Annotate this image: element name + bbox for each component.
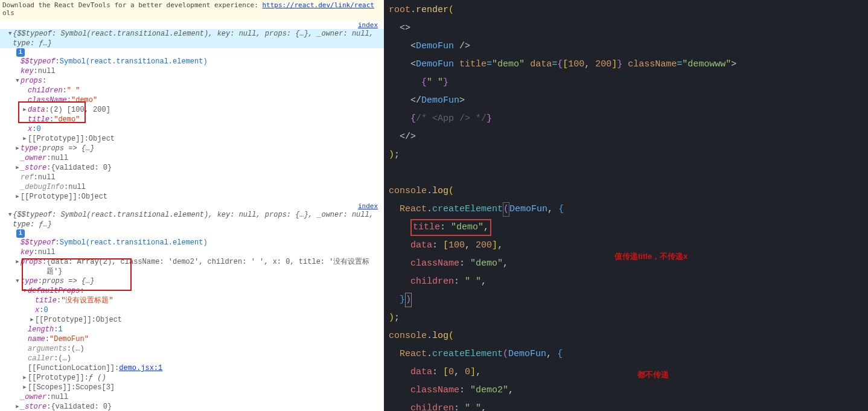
chevron-down-icon[interactable] <box>14 276 21 286</box>
obj2-fn-proto[interactable]: [[Prototype]]: ƒ () <box>0 373 384 383</box>
highlight-box-title: title: "demo", <box>410 219 491 236</box>
obj2-funcloc[interactable]: [[FunctionLocation]]: demo.jsx:1 <box>0 363 384 373</box>
obj1-summary-row[interactable]: {$$typeof: Symbol(react.transitional.ele… <box>0 29 384 48</box>
obj1-props-data[interactable]: data: (2) [100, 200] <box>0 105 384 115</box>
chevron-down-icon[interactable] <box>22 286 28 296</box>
obj2-name[interactable]: name: "DemoFun" <box>0 334 384 344</box>
annotation-2: 都不传递 <box>637 369 669 380</box>
chevron-right-icon[interactable] <box>14 257 21 267</box>
obj2-typeof[interactable]: $$typeof: Symbol(react.transitional.elem… <box>0 238 384 247</box>
obj2-dp-title[interactable]: title: "没有设置标题" <box>0 296 384 305</box>
code-line[interactable]: }) <box>384 291 868 309</box>
obj1-owner[interactable]: _owner: null <box>0 153 384 163</box>
annotation-1: 值传递title，不传递x <box>614 251 688 262</box>
chevron-right-icon[interactable] <box>22 383 28 392</box>
info-badge-row: i <box>0 48 384 57</box>
chevron-right-icon[interactable] <box>14 163 21 173</box>
code-line[interactable]: </> <box>384 128 868 146</box>
info-icon[interactable]: i <box>16 48 25 57</box>
code-line[interactable]: children: " ", <box>384 273 868 291</box>
obj2-dp-proto[interactable]: [[Prototype]]: Object <box>0 315 384 325</box>
code-line[interactable]: </DemoFun> <box>384 92 868 110</box>
obj2-key[interactable]: key: null <box>0 247 384 257</box>
obj2-dp-x[interactable]: x: 0 <box>0 305 384 315</box>
code-line[interactable]: ); <box>384 146 868 164</box>
obj1-props-class[interactable]: className: "demo" <box>0 95 384 105</box>
chevron-right-icon[interactable] <box>14 144 21 153</box>
obj2-length[interactable]: length: 1 <box>0 325 384 334</box>
obj2-summary-row[interactable]: {$$typeof: Symbol(react.transitional.ele… <box>0 210 384 229</box>
console-warning: Download the React DevTools for a better… <box>0 0 384 21</box>
obj1-props-x[interactable]: x: 0 <box>0 124 384 134</box>
obj-summary: {$$typeof: Symbol(react.transitional.ele… <box>13 29 384 48</box>
code-line[interactable]: React.createElement(DemoFun, { <box>384 200 868 218</box>
obj1-props-proto[interactable]: [[Prototype]]: Object <box>0 134 384 144</box>
obj1-props[interactable]: props: <box>0 76 384 86</box>
warn-link[interactable]: https://react.dev/link/react <box>262 1 374 9</box>
warn-text: Download the React DevTools for a better… <box>2 1 262 9</box>
code-line[interactable]: {/* <App /> */} <box>384 110 868 128</box>
chevron-right-icon[interactable] <box>22 373 28 383</box>
code-line[interactable]: React.createElement(DemoFun, { <box>384 345 868 363</box>
code-line[interactable] <box>384 164 868 182</box>
chevron-right-icon[interactable] <box>22 134 28 144</box>
code-line[interactable]: root.render( <box>384 1 868 19</box>
chevron-down-icon[interactable] <box>14 76 21 86</box>
obj1-debuginfo[interactable]: _debugInfo: null <box>0 182 384 192</box>
obj1-typeof[interactable]: $$typeof: Symbol(react.transitional.elem… <box>0 57 384 66</box>
obj1-ref[interactable]: ref: null <box>0 173 384 182</box>
chevron-right-icon[interactable] <box>14 192 21 202</box>
code-line[interactable]: <> <box>384 19 868 37</box>
obj2-store[interactable]: _store: {validated: 0} <box>0 402 384 411</box>
obj2-arguments[interactable]: arguments: (…) <box>0 344 384 354</box>
info-badge-row-2: i <box>0 229 384 238</box>
obj1-store[interactable]: _store: {validated: 0} <box>0 163 384 173</box>
obj2-scopes[interactable]: [[Scopes]]: Scopes[3] <box>0 383 384 392</box>
info-icon[interactable]: i <box>16 229 25 238</box>
chevron-down-icon[interactable] <box>7 29 13 39</box>
chevron-right-icon[interactable] <box>29 315 35 325</box>
func-location-link[interactable]: demo.jsx:1 <box>119 363 162 373</box>
obj1-type[interactable]: type: props => {…} <box>0 144 384 153</box>
obj2-owner[interactable]: _owner: null <box>0 392 384 402</box>
code-line[interactable]: className: "demo2", <box>384 381 868 400</box>
obj2-defaultprops[interactable]: defaultProps: <box>0 286 384 296</box>
obj1-key[interactable]: key: null <box>0 66 384 76</box>
obj1-props-title[interactable]: title: "demo" <box>0 115 384 124</box>
code-line[interactable]: {" "} <box>384 74 868 92</box>
obj1-proto[interactable]: [[Prototype]]: Object <box>0 192 384 202</box>
obj2-type[interactable]: type: props => {…} <box>0 276 384 286</box>
code-line[interactable]: <DemoFun /> <box>384 37 868 56</box>
obj2-caller[interactable]: caller: (…) <box>0 354 384 363</box>
obj1-props-children[interactable]: children: " " <box>0 86 384 95</box>
source-link-2[interactable]: index <box>0 203 384 210</box>
code-line[interactable]: <DemoFun title="demo" data={[100, 200]} … <box>384 56 868 74</box>
console-pane: Download the React DevTools for a better… <box>0 0 384 411</box>
code-line[interactable]: title: "demo", <box>384 218 868 237</box>
code-line[interactable]: console.log( <box>384 182 868 200</box>
chevron-right-icon[interactable] <box>14 402 21 411</box>
source-link-1[interactable]: index <box>0 22 384 29</box>
obj2-props[interactable]: props: {data: Array(2), className: 'demo… <box>0 257 384 276</box>
code-line[interactable]: console.log( <box>384 327 868 345</box>
chevron-right-icon[interactable] <box>22 105 28 115</box>
code-line[interactable]: children: " ", <box>384 400 868 411</box>
warn-text-2: ols <box>2 9 14 17</box>
editor-pane: root.render( <> <DemoFun /> <DemoFun tit… <box>384 0 868 411</box>
code-line[interactable]: ); <box>384 309 868 327</box>
code-line[interactable]: data: [0, 0], <box>384 363 868 381</box>
chevron-down-icon[interactable] <box>7 210 13 220</box>
obj-summary: {$$typeof: Symbol(react.transitional.ele… <box>13 210 384 229</box>
